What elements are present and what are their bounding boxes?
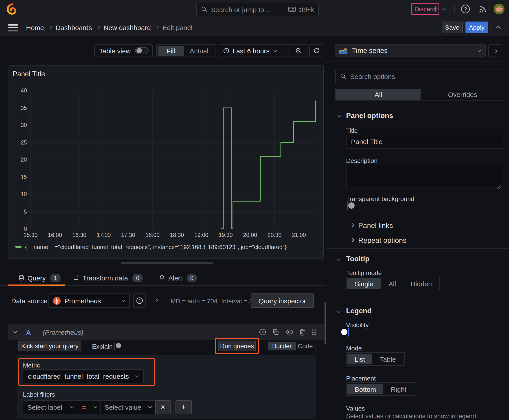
repeat-options-expand-icon[interactable] [350,238,354,242]
chart-panel: Panel Title 0510152025303540 15:3016:001… [8,65,324,259]
transparent-background-toggle[interactable] [347,202,348,210]
query-inspector-button[interactable]: Query inspector [251,293,314,308]
remove-filter-button[interactable]: ✕ [155,400,171,414]
fill-option[interactable]: Fill [158,46,184,56]
editor-tabs-bar: Query 1 Transform data 0 Alert 0 [0,271,326,286]
breadcrumb-new-dashboard[interactable]: New dashboard [104,23,151,31]
tooltip-mode-all[interactable]: All [381,278,404,289]
legend-mode-list[interactable]: List [347,354,372,364]
save-button[interactable]: Save [442,22,463,33]
panel-title[interactable]: Panel Title [13,70,45,78]
metric-highlight [18,358,155,386]
divider [326,298,509,298]
collapse-pane-icon[interactable] [496,26,501,31]
search-placeholder: Search or jump to... [211,6,270,13]
legend-swatch [15,246,22,248]
panel-options-header[interactable]: Panel options [346,112,393,120]
panel-links-header[interactable]: Panel links [358,222,393,230]
grafana-logo-icon[interactable] [6,3,18,15]
discard-button[interactable]: Discard [411,3,439,15]
time-range-picker[interactable]: Last 6 hours [219,45,307,57]
tab-transform-data[interactable]: Transform data 0 [73,271,143,285]
svg-text:?: ? [261,330,264,334]
options-search-box[interactable]: Search options [335,69,505,83]
description-textarea[interactable] [346,165,502,188]
x-axis-labels: 15:3016:0016:3017:0017:3018:0018:3019:00… [25,232,316,239]
actual-option[interactable]: Actual [184,46,214,56]
user-avatar[interactable] [494,4,504,14]
breadcrumb-dashboards[interactable]: Dashboards [56,23,92,31]
tooltip-header[interactable]: Tooltip [346,255,369,263]
breadcrumb-home[interactable]: Home [26,23,44,31]
legend-mode-segmented: List Table [346,352,405,366]
tooltip-collapse-icon[interactable] [337,257,341,261]
global-search-box[interactable]: Search or jump to... ctrl+k [196,3,319,16]
kick-start-query-button[interactable]: Kick start your query [18,341,81,351]
toggle-viz-pane-button[interactable] [488,45,502,57]
database-icon [18,274,24,281]
duplicate-query-icon[interactable] [273,329,279,335]
tooltip-mode-single[interactable]: Single [347,278,381,289]
legend-header[interactable]: Legend [346,307,372,315]
panel-links-expand-icon[interactable] [350,224,354,227]
apply-button[interactable]: Apply [465,22,488,33]
select-value-dropdown[interactable]: Select value [100,400,156,414]
chevron-down-icon [273,48,277,52]
chevron-down-icon [443,7,446,10]
explain-toggle[interactable] [114,342,115,351]
placement-bottom[interactable]: Bottom [347,384,383,394]
builder-option[interactable]: Builder [268,342,296,350]
options-search-placeholder: Search options [350,73,395,80]
plot-area[interactable] [25,91,316,229]
table-view-toggle[interactable] [135,47,149,54]
plus-icon: + [181,403,186,412]
delete-query-icon[interactable] [299,329,305,335]
keyboard-icon [288,7,296,12]
time-range-label: Last 6 hours [233,47,270,54]
divider [326,61,509,61]
x-tick-label: 15:30 [20,232,41,238]
add-filter-button[interactable]: + [175,400,192,414]
chevron-down-icon [148,405,152,409]
tab-alert[interactable]: Alert 0 [159,271,197,285]
legend-collapse-icon[interactable] [337,309,341,313]
resize-drag-handle[interactable] [121,262,213,264]
scrollbar-thumb[interactable] [325,302,326,344]
query-row-header[interactable]: A (Prometheus) ? [8,324,324,340]
panel-options-collapse-icon[interactable] [337,114,341,118]
placement-label: Placement [346,375,376,382]
select-label-dropdown[interactable]: Select label [23,400,78,414]
breadcrumb-bar: Home Dashboards New dashboard Edit panel… [0,18,509,37]
datasource-help-button[interactable]: ? [133,293,146,308]
collapse-query-icon[interactable] [13,330,17,333]
menu-toggle-icon[interactable] [8,24,18,31]
drag-handle-icon[interactable] [311,329,316,335]
svg-text:?: ? [138,299,140,303]
zoom-out-icon[interactable] [290,47,307,54]
refresh-button[interactable] [309,45,323,57]
legend-mode-table[interactable]: Table [372,354,403,364]
tab-overrides[interactable]: Overrides [421,89,504,100]
repeat-options-header[interactable]: Repeat options [358,236,406,245]
visualization-picker[interactable]: Time series [335,45,486,57]
legend-series-label[interactable]: {__name__="cloudflared_tunnel_total_requ… [25,243,287,250]
tab-transform-label: Transform data [83,274,128,282]
chevron-down-icon [93,405,97,409]
tooltip-mode-hidden[interactable]: Hidden [404,278,439,289]
code-option[interactable]: Code [296,342,315,350]
datasource-select[interactable]: Prometheus [48,293,130,308]
panel-title-input[interactable] [346,135,502,149]
placement-right[interactable]: Right [383,384,414,394]
help-icon[interactable]: ? [461,4,471,16]
transform-icon [73,275,79,281]
textarea-resize-grip-icon[interactable] [497,183,501,191]
visibility-toggle[interactable] [348,328,349,337]
query-options-expand-icon[interactable] [154,299,158,303]
news-icon[interactable] [479,5,487,15]
query-help-icon[interactable]: ? [259,329,266,336]
tab-query[interactable]: Query 1 [18,271,61,285]
operator-dropdown[interactable]: = [78,400,100,414]
tab-all[interactable]: All [336,89,421,100]
svg-text:?: ? [464,6,467,12]
hide-query-icon[interactable] [285,329,293,335]
